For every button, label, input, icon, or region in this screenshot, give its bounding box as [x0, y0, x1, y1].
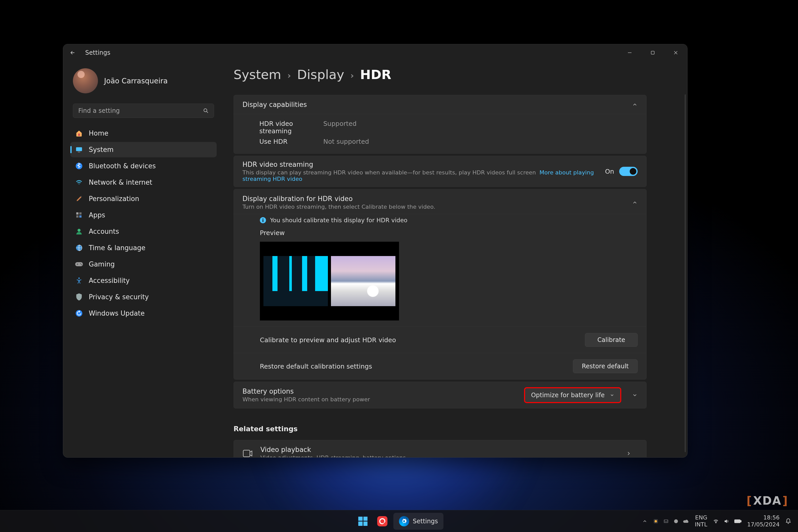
svg-point-18: [78, 278, 80, 279]
row-title: Battery options: [243, 387, 519, 395]
sidebar-item-label: Accessibility: [89, 277, 130, 284]
accessibility-icon: [75, 277, 83, 285]
sidebar-item-accessibility[interactable]: Accessibility: [70, 273, 217, 288]
avatar: [73, 68, 98, 93]
taskbar-app-vivaldi[interactable]: [374, 513, 391, 530]
globe-clock-icon: [75, 244, 83, 252]
tray-cloud-icon[interactable]: [683, 519, 689, 524]
nav: Home System Bluetooth & devices Network …: [70, 126, 217, 321]
svg-rect-20: [243, 450, 250, 457]
svg-rect-9: [76, 212, 78, 214]
card-subtitle: Turn on HDR video streaming, then select…: [243, 204, 435, 210]
sidebar-item-time[interactable]: Time & language: [70, 240, 217, 255]
capability-row: Use HDR Not supported: [234, 136, 646, 147]
windows-logo-icon: [358, 517, 367, 526]
start-button[interactable]: [355, 513, 372, 530]
language-indicator[interactable]: ENG INTL: [695, 514, 707, 528]
window-controls: [618, 44, 687, 61]
battery-options-dropdown[interactable]: Optimize for battery life: [525, 388, 621, 403]
calibrate-button[interactable]: Calibrate: [585, 333, 638, 347]
chevron-up-icon: [632, 200, 638, 205]
card-header[interactable]: Display capabilities: [234, 95, 646, 114]
sidebar-item-home[interactable]: Home: [70, 126, 217, 141]
chevron-up-icon: [632, 102, 638, 108]
quick-settings[interactable]: [713, 518, 741, 524]
tray-app-icon[interactable]: [673, 519, 679, 524]
apps-icon: [75, 211, 83, 219]
svg-point-17: [81, 264, 82, 265]
sidebar-item-label: Windows Update: [89, 309, 145, 317]
sidebar-item-label: Gaming: [89, 260, 115, 268]
dropdown-value: Optimize for battery life: [531, 392, 605, 399]
sidebar-item-system[interactable]: System: [70, 142, 217, 157]
sidebar-item-label: System: [89, 146, 114, 153]
sidebar: João Carrasqueira Home System: [63, 61, 222, 457]
maximize-button[interactable]: [641, 44, 664, 61]
sidebar-item-label: Network & internet: [89, 178, 152, 186]
restore-row: Restore default calibration settings Res…: [234, 353, 646, 379]
svg-rect-27: [735, 520, 740, 522]
related-heading: Related settings: [233, 425, 647, 433]
close-button[interactable]: [664, 44, 687, 61]
card-title: Display capabilities: [243, 101, 307, 109]
sidebar-item-gaming[interactable]: Gaming: [70, 256, 217, 272]
search-box: [73, 103, 214, 118]
related-video-playback[interactable]: Video playback Video adjustments, HDR st…: [233, 440, 647, 457]
sidebar-item-bluetooth[interactable]: Bluetooth & devices: [70, 158, 217, 174]
card-battery-options: Battery options When viewing HDR content…: [233, 382, 647, 408]
username: João Carrasqueira: [104, 77, 168, 85]
sidebar-item-update[interactable]: Windows Update: [70, 306, 217, 321]
row-desc: This display can play streaming HDR vide…: [243, 169, 600, 182]
home-icon: [75, 129, 83, 137]
sidebar-item-apps[interactable]: Apps: [70, 207, 217, 223]
bluetooth-icon: [75, 162, 83, 170]
card-hdr-streaming: HDR video streaming This display can pla…: [233, 156, 647, 187]
sidebar-item-label: Bluetooth & devices: [89, 162, 156, 170]
scrollbar[interactable]: [685, 94, 686, 452]
video-playback-icon: [243, 448, 253, 458]
hdr-streaming-toggle[interactable]: [619, 167, 638, 176]
svg-point-4: [204, 109, 207, 112]
svg-point-22: [654, 520, 657, 522]
breadcrumb-hdr: HDR: [360, 67, 391, 82]
sidebar-item-label: Time & language: [89, 244, 145, 252]
restore-default-button[interactable]: Restore default: [573, 359, 638, 373]
tray-app-icon[interactable]: [653, 518, 659, 524]
taskbar-app-label: Settings: [413, 518, 438, 525]
vivaldi-icon: [377, 516, 387, 526]
clock[interactable]: 18:56 17/05/2024: [747, 514, 780, 528]
info-icon: i: [260, 217, 266, 223]
window-title: Settings: [85, 49, 110, 56]
expand-button[interactable]: [626, 392, 644, 398]
sidebar-item-label: Privacy & security: [89, 293, 149, 301]
row-desc: When viewing HDR content on battery powe…: [243, 396, 519, 403]
breadcrumb-system[interactable]: System: [233, 67, 281, 82]
tray-chevron-icon[interactable]: [642, 519, 647, 524]
capability-key: Use HDR: [259, 138, 323, 145]
notifications-button[interactable]: [785, 518, 791, 524]
sidebar-item-privacy[interactable]: Privacy & security: [70, 289, 217, 305]
sidebar-item-personalization[interactable]: Personalization: [70, 191, 217, 206]
taskbar: Settings ENG INTL 18:56 17/05/2024: [0, 510, 798, 532]
sidebar-item-network[interactable]: Network & internet: [70, 175, 217, 190]
profile[interactable]: João Carrasqueira: [73, 68, 217, 93]
back-button[interactable]: [69, 49, 76, 56]
minimize-button[interactable]: [618, 44, 641, 61]
card-header[interactable]: Display calibration for HDR video Turn o…: [234, 189, 646, 214]
taskbar-app-settings[interactable]: Settings: [393, 513, 443, 530]
time: 18:56: [747, 514, 780, 521]
search-input[interactable]: [73, 103, 214, 118]
svg-rect-11: [76, 215, 78, 218]
svg-rect-1: [651, 51, 654, 54]
person-icon: [75, 227, 83, 235]
breadcrumb-display[interactable]: Display: [297, 67, 344, 82]
tray-app-icon[interactable]: [663, 518, 669, 524]
info-text: You should calibrate this display for HD…: [270, 217, 407, 224]
info-banner: i You should calibrate this display for …: [234, 214, 646, 226]
svg-rect-6: [76, 147, 82, 151]
system-tray[interactable]: [653, 518, 689, 524]
sidebar-item-accounts[interactable]: Accounts: [70, 224, 217, 239]
svg-point-13: [77, 229, 80, 232]
card-display-capabilities: Display capabilities HDR video streaming…: [233, 95, 647, 154]
chevron-right-icon: [620, 451, 638, 456]
